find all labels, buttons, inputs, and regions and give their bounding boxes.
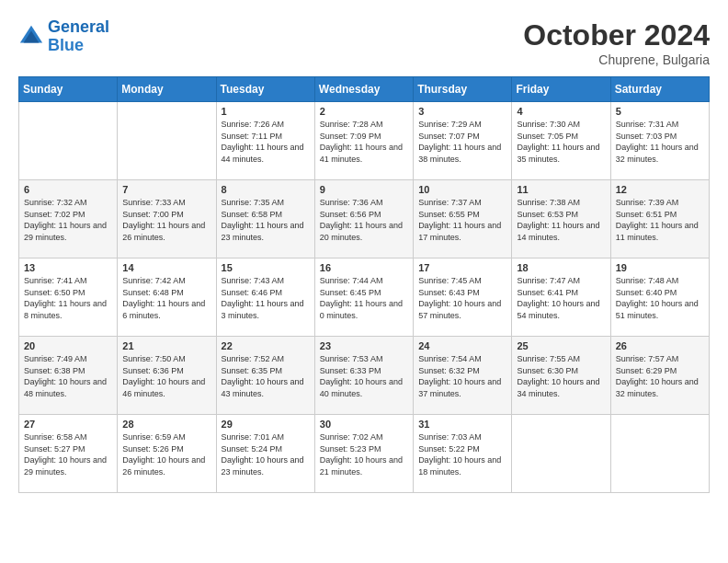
calendar-cell: 24Sunrise: 7:54 AMSunset: 6:32 PMDayligh…	[414, 337, 512, 415]
calendar-cell: 30Sunrise: 7:02 AMSunset: 5:23 PMDayligh…	[314, 415, 413, 493]
day-number: 12	[616, 184, 704, 195]
calendar-cell: 29Sunrise: 7:01 AMSunset: 5:24 PMDayligh…	[216, 415, 314, 493]
calendar-cell	[512, 415, 610, 493]
day-info: Sunrise: 7:36 AMSunset: 6:56 PMDaylight:…	[320, 197, 408, 243]
day-info: Sunrise: 7:28 AMSunset: 7:09 PMDaylight:…	[320, 119, 408, 165]
day-info: Sunrise: 6:59 AMSunset: 5:26 PMDaylight:…	[122, 431, 210, 477]
calendar-table: SundayMondayTuesdayWednesdayThursdayFrid…	[18, 76, 710, 493]
day-info: Sunrise: 7:39 AMSunset: 6:51 PMDaylight:…	[616, 197, 704, 243]
day-number: 25	[517, 340, 605, 351]
logo-text: General Blue	[48, 18, 109, 55]
calendar-cell: 22Sunrise: 7:52 AMSunset: 6:35 PMDayligh…	[216, 337, 314, 415]
day-number: 9	[320, 184, 408, 195]
day-info: Sunrise: 7:57 AMSunset: 6:29 PMDaylight:…	[616, 353, 704, 399]
day-number: 13	[24, 262, 112, 273]
calendar-cell: 1Sunrise: 7:26 AMSunset: 7:11 PMDaylight…	[216, 102, 314, 180]
day-info: Sunrise: 7:44 AMSunset: 6:45 PMDaylight:…	[320, 275, 408, 321]
calendar-cell: 31Sunrise: 7:03 AMSunset: 5:22 PMDayligh…	[414, 415, 512, 493]
calendar-cell: 8Sunrise: 7:35 AMSunset: 6:58 PMDaylight…	[216, 180, 314, 259]
day-info: Sunrise: 7:53 AMSunset: 6:33 PMDaylight:…	[320, 353, 408, 399]
day-number: 8	[222, 184, 310, 195]
calendar-cell: 28Sunrise: 6:59 AMSunset: 5:26 PMDayligh…	[118, 415, 216, 493]
calendar-cell: 4Sunrise: 7:30 AMSunset: 7:05 PMDaylight…	[512, 102, 610, 180]
calendar-cell: 6Sunrise: 7:32 AMSunset: 7:02 PMDaylight…	[19, 180, 118, 259]
day-number: 6	[24, 184, 112, 195]
day-number: 20	[24, 340, 112, 351]
day-number: 17	[418, 262, 506, 273]
day-number: 21	[122, 340, 210, 351]
day-info: Sunrise: 7:03 AMSunset: 5:22 PMDaylight:…	[418, 431, 506, 477]
calendar-cell: 7Sunrise: 7:33 AMSunset: 7:00 PMDaylight…	[118, 180, 216, 259]
calendar-week-row: 20Sunrise: 7:49 AMSunset: 6:38 PMDayligh…	[19, 337, 710, 415]
day-number: 22	[222, 340, 310, 351]
day-info: Sunrise: 7:35 AMSunset: 6:58 PMDaylight:…	[222, 197, 310, 243]
calendar-week-row: 1Sunrise: 7:26 AMSunset: 7:11 PMDaylight…	[19, 102, 710, 180]
page-header: General Blue October 2024 Chuprene, Bulg…	[18, 18, 710, 67]
day-info: Sunrise: 7:32 AMSunset: 7:02 PMDaylight:…	[24, 197, 112, 243]
calendar-cell: 17Sunrise: 7:45 AMSunset: 6:43 PMDayligh…	[414, 259, 512, 337]
calendar-cell	[19, 102, 118, 180]
day-number: 31	[418, 419, 506, 430]
day-number: 30	[320, 419, 408, 430]
weekday-header: Sunday	[19, 77, 118, 102]
day-number: 26	[616, 340, 704, 351]
calendar-cell: 14Sunrise: 7:42 AMSunset: 6:48 PMDayligh…	[118, 259, 216, 337]
day-info: Sunrise: 7:38 AMSunset: 6:53 PMDaylight:…	[517, 197, 605, 243]
day-number: 4	[517, 106, 605, 117]
day-number: 7	[122, 184, 210, 195]
day-info: Sunrise: 7:33 AMSunset: 7:00 PMDaylight:…	[122, 197, 210, 243]
day-number: 29	[222, 419, 310, 430]
location: Chuprene, Bulgaria	[523, 52, 710, 67]
day-number: 24	[418, 340, 506, 351]
day-info: Sunrise: 7:50 AMSunset: 6:36 PMDaylight:…	[122, 353, 210, 399]
day-number: 23	[320, 340, 408, 351]
calendar-cell: 27Sunrise: 6:58 AMSunset: 5:27 PMDayligh…	[19, 415, 118, 493]
logo: General Blue	[18, 18, 109, 55]
day-info: Sunrise: 7:01 AMSunset: 5:24 PMDaylight:…	[222, 431, 310, 477]
calendar-cell: 2Sunrise: 7:28 AMSunset: 7:09 PMDaylight…	[314, 102, 413, 180]
calendar-cell: 9Sunrise: 7:36 AMSunset: 6:56 PMDaylight…	[314, 180, 413, 259]
day-number: 15	[222, 262, 310, 273]
calendar-week-row: 13Sunrise: 7:41 AMSunset: 6:50 PMDayligh…	[19, 259, 710, 337]
day-info: Sunrise: 7:43 AMSunset: 6:46 PMDaylight:…	[222, 275, 310, 321]
weekday-header: Friday	[512, 77, 610, 102]
calendar-cell	[610, 415, 709, 493]
calendar-cell: 21Sunrise: 7:50 AMSunset: 6:36 PMDayligh…	[118, 337, 216, 415]
day-number: 14	[122, 262, 210, 273]
calendar-cell: 13Sunrise: 7:41 AMSunset: 6:50 PMDayligh…	[19, 259, 118, 337]
calendar-cell: 11Sunrise: 7:38 AMSunset: 6:53 PMDayligh…	[512, 180, 610, 259]
weekday-header: Saturday	[610, 77, 709, 102]
logo-icon	[18, 24, 44, 50]
calendar-cell: 26Sunrise: 7:57 AMSunset: 6:29 PMDayligh…	[610, 337, 709, 415]
calendar-cell	[118, 102, 216, 180]
day-number: 3	[418, 106, 506, 117]
calendar-cell: 19Sunrise: 7:48 AMSunset: 6:40 PMDayligh…	[610, 259, 709, 337]
day-info: Sunrise: 7:54 AMSunset: 6:32 PMDaylight:…	[418, 353, 506, 399]
title-block: October 2024 Chuprene, Bulgaria	[523, 18, 710, 67]
calendar-cell: 12Sunrise: 7:39 AMSunset: 6:51 PMDayligh…	[610, 180, 709, 259]
day-number: 2	[320, 106, 408, 117]
day-info: Sunrise: 7:26 AMSunset: 7:11 PMDaylight:…	[222, 119, 310, 165]
day-number: 28	[122, 419, 210, 430]
month-year: October 2024	[523, 18, 710, 52]
day-info: Sunrise: 7:41 AMSunset: 6:50 PMDaylight:…	[24, 275, 112, 321]
day-number: 10	[418, 184, 506, 195]
day-info: Sunrise: 7:42 AMSunset: 6:48 PMDaylight:…	[122, 275, 210, 321]
weekday-header: Tuesday	[216, 77, 314, 102]
day-info: Sunrise: 7:45 AMSunset: 6:43 PMDaylight:…	[418, 275, 506, 321]
calendar-cell: 5Sunrise: 7:31 AMSunset: 7:03 PMDaylight…	[610, 102, 709, 180]
calendar-week-row: 6Sunrise: 7:32 AMSunset: 7:02 PMDaylight…	[19, 180, 710, 259]
day-info: Sunrise: 7:55 AMSunset: 6:30 PMDaylight:…	[517, 353, 605, 399]
weekday-header: Wednesday	[314, 77, 413, 102]
weekday-header-row: SundayMondayTuesdayWednesdayThursdayFrid…	[19, 77, 710, 102]
day-info: Sunrise: 7:52 AMSunset: 6:35 PMDaylight:…	[222, 353, 310, 399]
day-number: 16	[320, 262, 408, 273]
calendar-cell: 16Sunrise: 7:44 AMSunset: 6:45 PMDayligh…	[314, 259, 413, 337]
day-info: Sunrise: 7:47 AMSunset: 6:41 PMDaylight:…	[517, 275, 605, 321]
calendar-cell: 10Sunrise: 7:37 AMSunset: 6:55 PMDayligh…	[414, 180, 512, 259]
weekday-header: Thursday	[414, 77, 512, 102]
day-number: 19	[616, 262, 704, 273]
day-info: Sunrise: 7:29 AMSunset: 7:07 PMDaylight:…	[418, 119, 506, 165]
day-number: 27	[24, 419, 112, 430]
calendar-cell: 3Sunrise: 7:29 AMSunset: 7:07 PMDaylight…	[414, 102, 512, 180]
